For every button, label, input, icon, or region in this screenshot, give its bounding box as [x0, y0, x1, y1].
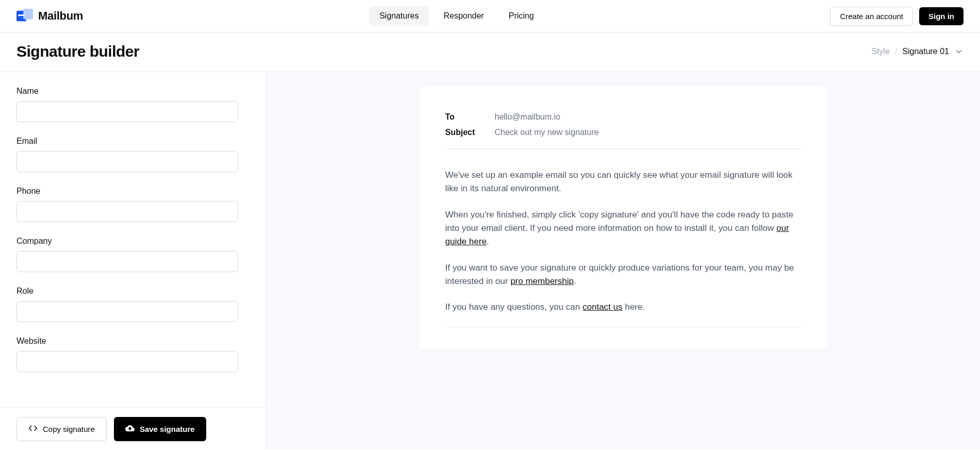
input-company[interactable]	[16, 251, 238, 272]
body-p3-text: If you want to save your signature or qu…	[445, 263, 794, 286]
subject-value: Check out my new signature	[495, 128, 599, 137]
preview-pane: To hello@mailbum.io Subject Check out my…	[266, 72, 980, 450]
field-role: Role	[16, 287, 249, 322]
body-paragraph-4: If you have any questions, you can conta…	[445, 300, 801, 314]
input-name[interactable]	[16, 101, 238, 122]
contact-us-link[interactable]: contact us	[583, 302, 623, 312]
meta-row-to: To hello@mailbum.io	[445, 112, 801, 122]
sidebar-actions: Copy signature Save signature	[0, 407, 265, 450]
brand-name: Mailbum	[38, 9, 83, 23]
field-email: Email	[16, 137, 249, 172]
to-value: hello@mailbum.io	[495, 112, 560, 122]
style-value: Signature 01	[902, 47, 949, 56]
create-account-button[interactable]: Create an account	[830, 7, 913, 26]
workspace: Name Email Phone Company Role Website	[0, 72, 980, 450]
code-icon	[28, 424, 38, 434]
field-phone: Phone	[16, 187, 249, 222]
body-p3-tail: .	[574, 276, 576, 286]
pro-membership-link[interactable]: pro membership	[510, 276, 574, 286]
style-slash: /	[895, 47, 897, 56]
field-website: Website	[16, 337, 249, 372]
meta-row-subject: Subject Check out my new signature	[445, 128, 801, 137]
svg-rect-1	[23, 9, 33, 20]
signature-divider	[445, 327, 801, 327]
body-p4-tail: here.	[623, 302, 645, 312]
input-website[interactable]	[16, 351, 238, 372]
page-title: Signature builder	[16, 43, 139, 60]
top-nav: Mailbum Signatures Responder Pricing Cre…	[0, 0, 980, 32]
copy-signature-button[interactable]: Copy signature	[16, 417, 107, 441]
label-name: Name	[16, 87, 249, 96]
subject-label: Subject	[445, 128, 495, 137]
body-p2-text: When you're finished, simply click 'copy…	[445, 210, 793, 233]
field-company: Company	[16, 237, 249, 272]
chevron-down-icon	[954, 47, 964, 56]
nav-pricing[interactable]: Pricing	[499, 6, 544, 26]
brand-logo-icon	[16, 8, 33, 24]
sidebar: Name Email Phone Company Role Website	[0, 72, 266, 450]
auth-actions: Create an account Sign in	[830, 7, 964, 26]
body-p2-tail: .	[487, 237, 489, 246]
save-signature-button[interactable]: Save signature	[114, 417, 206, 441]
input-role[interactable]	[16, 301, 238, 322]
email-meta: To hello@mailbum.io Subject Check out my…	[445, 112, 801, 149]
label-email: Email	[16, 137, 249, 146]
email-card: To hello@mailbum.io Subject Check out my…	[420, 87, 827, 348]
field-name: Name	[16, 87, 249, 122]
form-extra-space	[16, 387, 249, 407]
primary-nav: Signatures Responder Pricing	[369, 6, 544, 26]
style-selector[interactable]: Style / Signature 01	[871, 47, 964, 56]
body-paragraph-2: When you're finished, simply click 'copy…	[445, 208, 801, 249]
save-signature-label: Save signature	[140, 425, 195, 433]
body-paragraph-1: We've set up an example email so you can…	[445, 169, 801, 196]
label-website: Website	[16, 337, 249, 346]
sign-in-button[interactable]: Sign in	[919, 7, 964, 25]
label-role: Role	[16, 287, 249, 296]
form-scroll-area[interactable]: Name Email Phone Company Role Website	[0, 72, 265, 407]
sub-header: Signature builder Style / Signature 01	[0, 32, 980, 72]
copy-signature-label: Copy signature	[43, 425, 95, 433]
body-paragraph-3: If you want to save your signature or qu…	[445, 261, 801, 289]
label-phone: Phone	[16, 187, 249, 196]
cloud-upload-icon	[125, 424, 135, 434]
input-email[interactable]	[16, 151, 238, 172]
style-label: Style	[871, 47, 890, 56]
body-p4-text: If you have any questions, you can	[445, 302, 583, 312]
nav-responder[interactable]: Responder	[433, 6, 494, 26]
label-company: Company	[16, 237, 249, 246]
email-body: We've set up an example email so you can…	[445, 169, 801, 327]
input-phone[interactable]	[16, 201, 238, 222]
brand[interactable]: Mailbum	[16, 8, 83, 24]
svg-rect-2	[18, 14, 25, 16]
nav-signatures[interactable]: Signatures	[369, 6, 429, 26]
to-label: To	[445, 112, 495, 122]
